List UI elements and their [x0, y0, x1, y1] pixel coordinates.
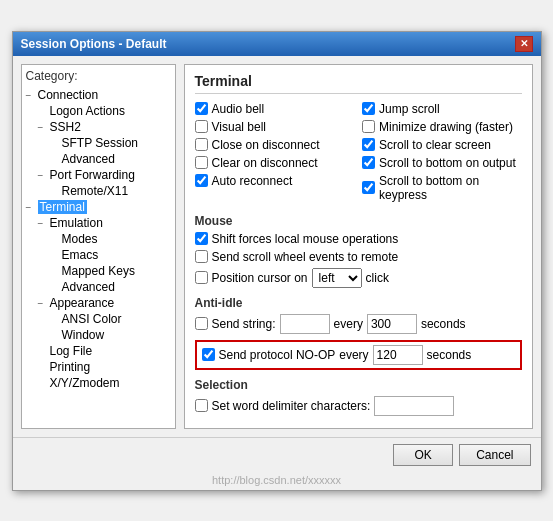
check-row-shift-forces: Shift forces local mouse operations: [195, 232, 522, 246]
checkbox-scroll-clear[interactable]: [362, 138, 375, 151]
expand-icon-ssh2: −: [38, 122, 50, 133]
tree-item-label-port-forwarding: Port Forwarding: [50, 168, 135, 182]
send-string-every-label: every: [334, 317, 363, 331]
tree-item-advanced-conn[interactable]: Advanced: [26, 151, 171, 167]
tree-item-label-logon-actions: Logon Actions: [50, 104, 125, 118]
mouse-checks: Shift forces local mouse operationsSend …: [195, 232, 522, 264]
tree-item-label-connection: Connection: [38, 88, 99, 102]
right-panel: Terminal Audio bellVisual bellClose on d…: [184, 64, 533, 429]
window-title: Session Options - Default: [21, 37, 167, 51]
expand-icon-emulation: −: [38, 218, 50, 229]
send-string-input[interactable]: [280, 314, 330, 334]
checkbox-auto-reconnect[interactable]: [195, 174, 208, 187]
col2-checks: Jump scrollMinimize drawing (faster)Scro…: [362, 102, 522, 206]
tree-item-label-log-file: Log File: [50, 344, 93, 358]
tree-item-remote-x11[interactable]: Remote/X11: [26, 183, 171, 199]
tree-item-printing[interactable]: Printing: [26, 359, 171, 375]
tree-item-modes[interactable]: Modes: [26, 231, 171, 247]
ok-button[interactable]: OK: [393, 444, 453, 466]
tree-item-label-appearance: Appearance: [50, 296, 115, 310]
send-noop-every-label: every: [339, 348, 368, 362]
cancel-button[interactable]: Cancel: [459, 444, 530, 466]
checkbox-jump-scroll[interactable]: [362, 102, 375, 115]
check-label-audio-bell: Audio bell: [212, 102, 265, 116]
check-label-visual-bell: Visual bell: [212, 120, 266, 134]
set-word-checkbox[interactable]: [195, 399, 208, 412]
anti-idle-label: Anti-idle: [195, 296, 522, 310]
tree-item-window[interactable]: Window: [26, 327, 171, 343]
tree-item-label-window: Window: [62, 328, 105, 342]
watermark: http://blog.csdn.net/xxxxxx: [13, 472, 541, 490]
selection-label: Selection: [195, 378, 522, 392]
send-noop-seconds-label: seconds: [427, 348, 472, 362]
check-row-jump-scroll: Jump scroll: [362, 102, 522, 116]
checkbox-audio-bell[interactable]: [195, 102, 208, 115]
tree-container: −Connection Logon Actions−SSH2 SFTP Sess…: [26, 87, 171, 391]
tree-item-label-mapped-keys: Mapped Keys: [62, 264, 135, 278]
tree-item-advanced-term[interactable]: Advanced: [26, 279, 171, 295]
tree-item-label-modes: Modes: [62, 232, 98, 246]
tree-item-connection[interactable]: −Connection: [26, 87, 171, 103]
title-bar-buttons: ✕: [515, 36, 533, 52]
check-row-scroll-bottom-keypress: Scroll to bottom on keypress: [362, 174, 522, 202]
panel-title: Terminal: [195, 73, 522, 94]
tree-item-logon-actions[interactable]: Logon Actions: [26, 103, 171, 119]
tree-item-port-forwarding[interactable]: −Port Forwarding: [26, 167, 171, 183]
position-row: Position cursor on left right click: [195, 268, 522, 288]
send-noop-seconds-input[interactable]: [373, 345, 423, 365]
check-row-visual-bell: Visual bell: [195, 120, 355, 134]
checkbox-visual-bell[interactable]: [195, 120, 208, 133]
send-string-seconds-input[interactable]: [367, 314, 417, 334]
send-string-checkbox[interactable]: [195, 317, 208, 330]
tree-item-label-emacs: Emacs: [62, 248, 99, 262]
check-label-minimize-drawing: Minimize drawing (faster): [379, 120, 513, 134]
tree-item-label-advanced-term: Advanced: [62, 280, 115, 294]
mouse-section: Mouse Shift forces local mouse operation…: [195, 214, 522, 288]
close-button[interactable]: ✕: [515, 36, 533, 52]
send-noop-checkbox[interactable]: [202, 348, 215, 361]
checkbox-minimize-drawing[interactable]: [362, 120, 375, 133]
tree-item-label-remote-x11: Remote/X11: [62, 184, 129, 198]
tree-item-label-ssh2: SSH2: [50, 120, 81, 134]
checkbox-close-disconnect[interactable]: [195, 138, 208, 151]
position-select[interactable]: left right: [312, 268, 362, 288]
tree-item-label-ansi-color: ANSI Color: [62, 312, 122, 326]
send-string-label: Send string:: [212, 317, 276, 331]
tree-item-ansi-color[interactable]: ANSI Color: [26, 311, 171, 327]
tree-item-terminal[interactable]: −Terminal: [26, 199, 171, 215]
check-label-send-scroll: Send scroll wheel events to remote: [212, 250, 399, 264]
tree-item-label-xy-zmodem: X/Y/Zmodem: [50, 376, 120, 390]
tree-item-emulation[interactable]: −Emulation: [26, 215, 171, 231]
tree-item-label-advanced-conn: Advanced: [62, 152, 115, 166]
checkbox-send-scroll[interactable]: [195, 250, 208, 263]
checkbox-shift-forces[interactable]: [195, 232, 208, 245]
expand-icon-appearance: −: [38, 298, 50, 309]
checkbox-scroll-bottom-keypress[interactable]: [362, 181, 375, 194]
check-row-audio-bell: Audio bell: [195, 102, 355, 116]
check-label-scroll-bottom-output: Scroll to bottom on output: [379, 156, 516, 170]
expand-icon-port-forwarding: −: [38, 170, 50, 181]
position-checkbox[interactable]: [195, 271, 208, 284]
set-word-label: Set word delimiter characters:: [212, 399, 371, 413]
check-label-scroll-clear: Scroll to clear screen: [379, 138, 491, 152]
checkbox-clear-disconnect[interactable]: [195, 156, 208, 169]
set-word-input[interactable]: [374, 396, 454, 416]
check-label-clear-disconnect: Clear on disconnect: [212, 156, 318, 170]
check-label-jump-scroll: Jump scroll: [379, 102, 440, 116]
tree-item-emacs[interactable]: Emacs: [26, 247, 171, 263]
tree-item-ssh2[interactable]: −SSH2: [26, 119, 171, 135]
send-noop-label: Send protocol NO-OP: [219, 348, 336, 362]
tree-item-xy-zmodem[interactable]: X/Y/Zmodem: [26, 375, 171, 391]
check-label-scroll-bottom-keypress: Scroll to bottom on keypress: [379, 174, 522, 202]
tree-item-label-terminal: Terminal: [38, 200, 87, 214]
tree-item-sftp-session[interactable]: SFTP Session: [26, 135, 171, 151]
checkbox-scroll-bottom-output[interactable]: [362, 156, 375, 169]
tree-item-appearance[interactable]: −Appearance: [26, 295, 171, 311]
check-row-scroll-bottom-output: Scroll to bottom on output: [362, 156, 522, 170]
check-row-clear-disconnect: Clear on disconnect: [195, 156, 355, 170]
mouse-section-label: Mouse: [195, 214, 522, 228]
tree-item-mapped-keys[interactable]: Mapped Keys: [26, 263, 171, 279]
click-label: click: [366, 271, 389, 285]
col1-checks: Audio bellVisual bellClose on disconnect…: [195, 102, 355, 206]
tree-item-log-file[interactable]: Log File: [26, 343, 171, 359]
